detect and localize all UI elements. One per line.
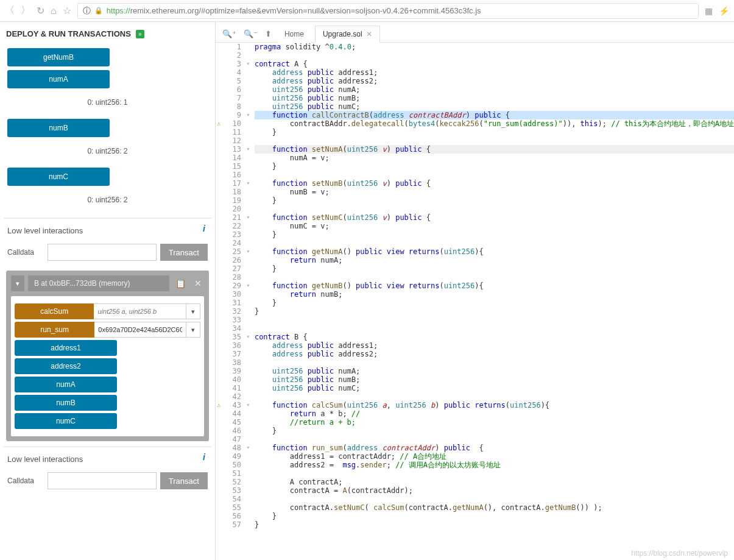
close-icon[interactable]: ✕ bbox=[192, 278, 204, 288]
home-icon[interactable]: ⌂ bbox=[51, 5, 57, 16]
transact-button[interactable]: Transact bbox=[160, 244, 208, 261]
fn-input-calcsum[interactable] bbox=[94, 303, 186, 319]
editor-area: 🔍⁺ 🔍⁻ ⬆ Home Upgrade.sol ✕ ⚠⚠ 1234567891… bbox=[215, 22, 734, 560]
site-info-icon[interactable]: ⓘ bbox=[83, 5, 91, 16]
fn-button-run_sum[interactable]: run_sum bbox=[15, 322, 94, 338]
fn-input-run_sum[interactable] bbox=[94, 322, 186, 338]
fn-result: 0: uint256: 2 bbox=[4, 141, 211, 164]
fn-button-address1[interactable]: address1 bbox=[15, 340, 117, 356]
star-icon[interactable]: ☆ bbox=[63, 5, 71, 16]
calldata-input[interactable] bbox=[48, 472, 157, 489]
qr-icon[interactable]: ▦ bbox=[705, 6, 713, 16]
push-icon[interactable]: ⬆ bbox=[263, 26, 273, 42]
tab-home[interactable]: Home bbox=[277, 26, 311, 43]
url-path: /#optimize=false&evmVersion=null&version… bbox=[199, 6, 481, 15]
fn-row-calcsum: calcSum▾ bbox=[15, 303, 200, 319]
expand-toggle[interactable]: ▾ bbox=[11, 275, 24, 291]
fn-row-address2: address2 bbox=[15, 358, 200, 374]
fn-row-numc: numC bbox=[15, 413, 200, 429]
watermark: https://blog.csdn.net/powervip bbox=[631, 549, 728, 558]
bolt-icon[interactable]: ⚡ bbox=[719, 6, 729, 16]
low-level-interactions-b: i Low level interactions Calldata Transa… bbox=[4, 446, 211, 493]
low-level-title: Low level interactions bbox=[7, 455, 208, 464]
chevron-down-icon[interactable]: ▾ bbox=[186, 303, 200, 319]
contract-instance-b: ▾ B at 0xbBF...732dB (memory) 📋 ✕ calcSu… bbox=[6, 271, 209, 441]
chevron-down-icon[interactable]: ▾ bbox=[186, 322, 200, 338]
fn-row-address1: address1 bbox=[15, 340, 200, 356]
tab-label: Upgrade.sol bbox=[323, 30, 362, 38]
instance-name: B at 0xbBF...732dB (memory) bbox=[28, 275, 169, 291]
fn-button-calcsum[interactable]: calcSum bbox=[15, 303, 94, 319]
reload-icon[interactable]: ↻ bbox=[37, 5, 44, 16]
low-level-interactions-a: i Low level interactions Calldata Transa… bbox=[4, 218, 211, 264]
back-icon[interactable]: 〈 bbox=[5, 4, 15, 17]
low-level-title: Low level interactions bbox=[7, 226, 208, 235]
calldata-input[interactable] bbox=[48, 244, 157, 261]
zoom-in-icon[interactable]: 🔍⁺ bbox=[221, 26, 238, 42]
transact-button[interactable]: Transact bbox=[160, 472, 208, 489]
panel-title-text: DEPLOY & RUN TRANSACTIONS bbox=[6, 29, 131, 38]
panel-badge-icon: ≡ bbox=[136, 30, 144, 38]
fn-button-address2[interactable]: address2 bbox=[15, 358, 117, 374]
editor-toolbar: 🔍⁺ 🔍⁻ ⬆ Home Upgrade.sol ✕ bbox=[216, 22, 734, 43]
fn-result: 0: uint256: 1 bbox=[4, 92, 211, 115]
calldata-label: Calldata bbox=[7, 248, 44, 257]
browser-toolbar: 〈 〉 ↻ ⌂ ☆ ⓘ 🔒 https://remix.ethereum.org… bbox=[0, 0, 734, 22]
calldata-label: Calldata bbox=[7, 477, 44, 485]
lock-icon: 🔒 bbox=[94, 7, 103, 15]
fn-button-numa[interactable]: numA bbox=[7, 70, 110, 88]
fn-row-numa: numA bbox=[15, 377, 200, 392]
fn-button-getnumb[interactable]: getNumB bbox=[7, 48, 110, 66]
tab-close-icon[interactable]: ✕ bbox=[366, 30, 372, 38]
zoom-out-icon[interactable]: 🔍⁻ bbox=[242, 26, 259, 42]
fn-button-numb[interactable]: numB bbox=[7, 119, 110, 137]
url-protocol: https:// bbox=[107, 6, 130, 15]
fn-button-numa[interactable]: numA bbox=[15, 377, 117, 392]
code-editor[interactable]: ⚠⚠ 1234567891011121314151617181920212223… bbox=[216, 43, 734, 560]
fn-row-numb: numB bbox=[15, 395, 200, 411]
url-bar[interactable]: ⓘ 🔒 https://remix.ethereum.org/#optimize… bbox=[77, 3, 699, 19]
fn-row-run_sum: run_sum▾ bbox=[15, 322, 200, 338]
info-icon[interactable]: i bbox=[203, 452, 205, 462]
fn-result: 0: uint256: 2 bbox=[4, 190, 211, 213]
warning-icon[interactable]: ⚠ bbox=[217, 401, 221, 409]
deploy-run-panel: DEPLOY & RUN TRANSACTIONS ≡ getNumBnumA0… bbox=[0, 22, 215, 560]
url-host: remix.ethereum.org bbox=[130, 6, 199, 15]
info-icon[interactable]: i bbox=[203, 224, 205, 233]
fn-button-numb[interactable]: numB bbox=[15, 395, 117, 411]
fn-button-numc[interactable]: numC bbox=[7, 168, 110, 186]
panel-title: DEPLOY & RUN TRANSACTIONS ≡ bbox=[4, 29, 211, 44]
forward-icon[interactable]: 〉 bbox=[21, 4, 30, 17]
fn-button-numc[interactable]: numC bbox=[15, 413, 117, 429]
copy-icon[interactable]: 📋 bbox=[173, 278, 188, 288]
warning-icon[interactable]: ⚠ bbox=[217, 119, 221, 128]
tab-upgrade-sol[interactable]: Upgrade.sol ✕ bbox=[315, 26, 380, 43]
